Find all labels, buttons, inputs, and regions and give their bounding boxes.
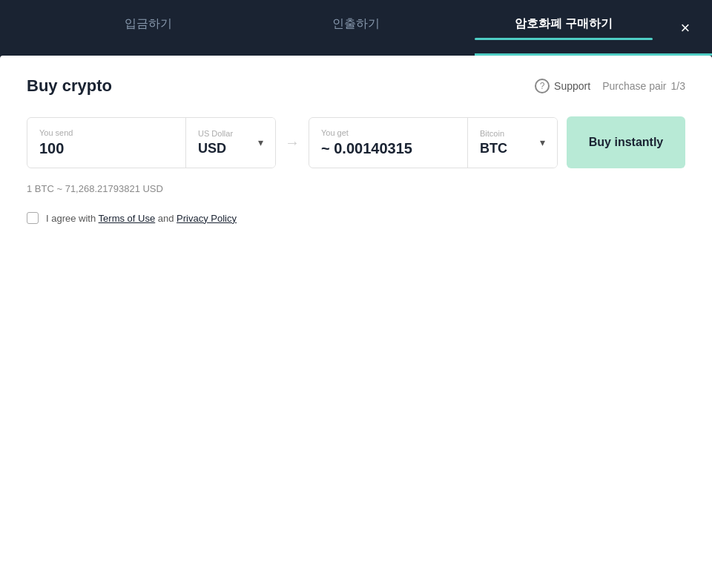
send-value: 100: [39, 140, 174, 157]
modal-content: Buy crypto ? Support Purchase pair 1/3 Y…: [0, 56, 712, 588]
terms-row: I agree with Terms of Use and Privacy Po…: [27, 212, 685, 224]
close-button[interactable]: ×: [673, 16, 697, 40]
purchase-pair: Purchase pair 1/3: [602, 80, 685, 92]
modal-header: Buy crypto ? Support Purchase pair 1/3: [27, 76, 685, 96]
get-currency-select[interactable]: Bitcoin BTC ▾: [468, 118, 557, 168]
modal-title: Buy crypto: [27, 76, 112, 96]
terms-checkbox[interactable]: [27, 212, 39, 224]
get-amount-box: You get ~ 0.00140315: [309, 118, 468, 168]
get-currency-code: BTC: [480, 141, 507, 156]
send-group: You send 100 US Dollar USD ▾: [27, 117, 276, 168]
exchange-row: You send 100 US Dollar USD ▾ → You get ~…: [27, 116, 685, 168]
terms-prefix: I agree with: [46, 213, 99, 224]
send-currency-name: US Dollar: [198, 129, 233, 138]
buy-instantly-button[interactable]: Buy instantly: [567, 116, 685, 168]
header-right: ? Support Purchase pair 1/3: [535, 79, 685, 93]
send-currency-code: USD: [198, 141, 233, 156]
terms-of-use-link[interactable]: Terms of Use: [99, 213, 156, 224]
active-tab-indicator: [475, 53, 712, 56]
modal-overlay: 입금하기 인출하기 암호화폐 구매하기 × Buy crypto ? Suppo…: [0, 0, 712, 588]
support-button[interactable]: ? Support: [535, 79, 590, 93]
tab-withdraw[interactable]: 인출하기: [252, 9, 460, 47]
tab-deposit[interactable]: 입금하기: [44, 9, 252, 47]
terms-conjunction: and: [155, 213, 177, 224]
purchase-pair-count: 1/3: [671, 80, 685, 92]
rate-info: 1 BTC ~ 71,268.21793821 USD: [27, 183, 685, 194]
get-currency-chevron-icon: ▾: [540, 136, 545, 148]
support-icon: ?: [535, 79, 550, 93]
send-currency-chevron-icon: ▾: [258, 136, 263, 148]
top-nav: 입금하기 인출하기 암호화폐 구매하기 ×: [0, 0, 712, 56]
get-value: ~ 0.00140315: [321, 140, 455, 157]
terms-text: I agree with Terms of Use and Privacy Po…: [46, 213, 237, 224]
send-currency-info: US Dollar USD: [198, 129, 233, 156]
get-group: You get ~ 0.00140315 Bitcoin BTC ▾: [309, 117, 558, 168]
purchase-pair-label: Purchase pair: [602, 80, 666, 92]
get-currency-info: Bitcoin BTC: [480, 129, 507, 156]
get-label: You get: [321, 128, 455, 137]
send-amount-box[interactable]: You send 100: [27, 118, 186, 168]
send-currency-select[interactable]: US Dollar USD ▾: [186, 118, 275, 168]
tab-buy[interactable]: 암호화폐 구매하기: [460, 9, 668, 47]
send-label: You send: [39, 128, 174, 137]
exchange-arrow-icon: →: [285, 134, 300, 151]
support-label: Support: [554, 80, 590, 92]
privacy-policy-link[interactable]: Privacy Policy: [177, 213, 237, 224]
get-currency-name: Bitcoin: [480, 129, 507, 138]
